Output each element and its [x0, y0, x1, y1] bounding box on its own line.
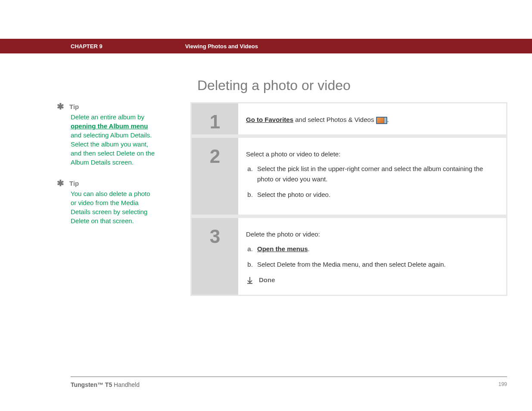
product-light: Handheld — [112, 381, 140, 388]
tip-body: You can also delete a photo or video fro… — [71, 189, 156, 225]
tip-text-pre: Delete an entire album by — [71, 113, 144, 121]
open-menus-link[interactable]: Open the menus — [257, 245, 308, 252]
tip-header: ✱ Tip — [57, 102, 156, 111]
step-content: Delete the photo or video: Open the menu… — [238, 218, 506, 295]
product-strong: Tungsten™ T5 — [71, 381, 112, 388]
step3-list: Open the menus. Select Delete from the M… — [255, 244, 498, 270]
tip-text-post: and selecting Album Details. Select the … — [71, 131, 155, 166]
step-number: 3 — [192, 218, 238, 295]
step3-intro: Delete the photo or video: — [246, 229, 498, 240]
step-content: Select a photo or video to delete: Selec… — [238, 138, 506, 215]
tip-label: Tip — [69, 103, 79, 110]
step2-a: Select the pick list in the upper-right … — [255, 164, 498, 184]
steps-container: 1 Go to Favorites and select Photos & Vi… — [190, 102, 507, 296]
step2-b: Select the photo or video. — [255, 190, 498, 200]
chapter-number: CHAPTER 9 — [71, 43, 103, 50]
step-number: 1 — [192, 103, 238, 134]
done-row: Done — [246, 275, 498, 285]
product-name: Tungsten™ T5 Handheld — [71, 381, 140, 388]
step1-text: and select Photos & Videos — [293, 116, 376, 123]
step1-period: . — [387, 116, 389, 123]
step3-b: Select Delete from the Media menu, and t… — [255, 259, 498, 270]
tip-block-2: ✱ Tip You can also delete a photo or vid… — [57, 179, 156, 225]
photos-videos-icon — [376, 117, 387, 124]
step3-a-post: . — [308, 245, 310, 252]
tip-body: Delete an entire album by opening the Al… — [71, 112, 156, 167]
step-row-1: 1 Go to Favorites and select Photos & Vi… — [192, 103, 506, 138]
down-arrow-icon — [246, 276, 254, 284]
step3-a: Open the menus. — [255, 244, 498, 254]
tip-label: Tip — [69, 180, 79, 187]
done-label: Done — [259, 275, 275, 285]
tip-asterisk-icon: ✱ — [57, 102, 64, 111]
step-number: 2 — [192, 138, 238, 215]
chapter-header: CHAPTER 9 Viewing Photos and Videos — [0, 39, 532, 53]
step-row-3: 3 Delete the photo or video: Open the me… — [192, 218, 506, 295]
page-footer: Tungsten™ T5 Handheld 199 — [71, 377, 507, 388]
step2-list: Select the pick list in the upper-right … — [255, 164, 498, 200]
page-number: 199 — [498, 381, 507, 388]
favorites-link[interactable]: Go to Favorites — [246, 116, 293, 123]
tip-asterisk-icon: ✱ — [57, 179, 64, 187]
chapter-title: Viewing Photos and Videos — [185, 43, 258, 50]
step2-intro: Select a photo or video to delete: — [246, 149, 498, 159]
tip-link-album-menu[interactable]: opening the Album menu — [71, 122, 148, 130]
tip-header: ✱ Tip — [57, 179, 156, 187]
step-content: Go to Favorites and select Photos & Vide… — [238, 103, 506, 134]
tip-block-1: ✱ Tip Delete an entire album by opening … — [57, 102, 156, 167]
page-title: Deleting a photo or video — [197, 78, 351, 93]
step-row-2: 2 Select a photo or video to delete: Sel… — [192, 138, 506, 218]
